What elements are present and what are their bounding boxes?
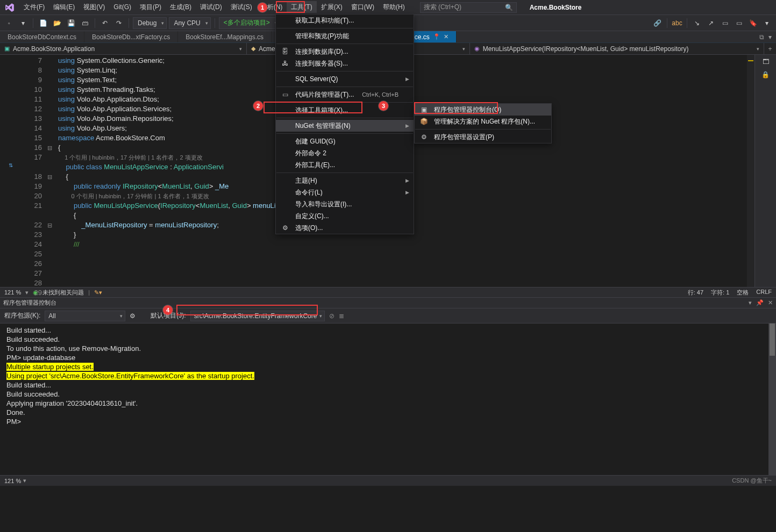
uncomment-icon[interactable]: ▭ bbox=[733, 17, 745, 29]
startup-combo[interactable]: <多个启动项目> bbox=[219, 17, 280, 29]
menu-项目p[interactable]: 项目(P) bbox=[136, 1, 166, 13]
menu-视图v[interactable]: 视图(V) bbox=[79, 1, 109, 13]
menu-item[interactable]: 创建 GUID(G) bbox=[276, 135, 414, 147]
menu-item[interactable]: ⚙选项(O)... bbox=[276, 222, 414, 234]
breakpoint-margin-icon[interactable]: ⇅ bbox=[0, 162, 22, 168]
tab-pin-icon[interactable]: 📍 bbox=[433, 33, 440, 40]
nav-member-combo[interactable]: ◉ MenuListAppService(IRepository<MuenLis… bbox=[470, 43, 764, 54]
indent-mode[interactable]: 空格 bbox=[737, 289, 749, 297]
search-box[interactable]: 搜索 (Ctrl+Q) 🔍 bbox=[420, 2, 517, 13]
step-icon[interactable]: ↘ bbox=[691, 17, 703, 29]
tab-overflow-icon[interactable]: ⧉ bbox=[759, 33, 764, 41]
menu-item[interactable]: 外部命令 2 bbox=[276, 147, 414, 159]
fold-gutter[interactable]: ⊟ ⊟ ⊟ bbox=[47, 55, 55, 287]
menu-item[interactable]: ▭代码片段管理器(T)...Ctrl+K, Ctrl+B bbox=[276, 89, 414, 100]
doc-tab[interactable]: BookStoreDb...xtFactory.cs bbox=[84, 31, 178, 42]
doc-tab[interactable]: BookStoreDbContext.cs bbox=[0, 31, 84, 42]
menu-窗口w[interactable]: 窗口(W) bbox=[347, 1, 379, 13]
line-endings[interactable]: CRLF bbox=[756, 289, 772, 297]
menu-item[interactable]: 命令行(L)▶ bbox=[276, 186, 414, 198]
scroll-overview[interactable] bbox=[747, 55, 754, 287]
menu-item[interactable]: NuGet 包管理器(N)▶ bbox=[276, 120, 414, 132]
comment-icon[interactable]: ▭ bbox=[719, 17, 731, 29]
config-combo[interactable]: Debug bbox=[133, 17, 167, 29]
more-toolbar-icon[interactable]: ▾ bbox=[761, 17, 773, 29]
menu-item[interactable]: 🗄连接到数据库(D)... bbox=[276, 46, 414, 57]
menu-item[interactable]: 导入和导出设置(I)... bbox=[276, 198, 414, 210]
menu-测试s[interactable]: 测试(S) bbox=[226, 1, 257, 13]
redo-icon[interactable]: ↷ bbox=[113, 17, 125, 29]
menu-item[interactable]: 获取工具和功能(T)... bbox=[276, 15, 414, 26]
menu-item[interactable]: 主题(H)▶ bbox=[276, 175, 414, 186]
panel-stop-icon[interactable]: ⊘ bbox=[329, 312, 334, 320]
menu-扩展x[interactable]: 扩展(X) bbox=[317, 1, 347, 13]
tab-dropdown-icon[interactable]: ▾ bbox=[768, 33, 772, 41]
bookmark-icon[interactable]: 🔖 bbox=[747, 17, 759, 29]
menu-bar: 文件(F)编辑(E)视图(V)Git(G)项目(P)生成(B)调试(D)测试(S… bbox=[0, 0, 776, 15]
zoom-level[interactable]: 121 % bbox=[4, 289, 21, 296]
nuget-submenu[interactable]: ▣程序包管理器控制台(O)📦管理解决方案的 NuGet 程序包(N)...⚙程序… bbox=[414, 103, 552, 143]
save-all-icon[interactable]: 🗃 bbox=[79, 17, 91, 29]
menu-文件f[interactable]: 文件(F) bbox=[19, 1, 49, 13]
menu-帮助h[interactable]: 帮助(H) bbox=[379, 1, 409, 13]
source-label: 程序包源(K): bbox=[4, 311, 40, 320]
nav-back-icon[interactable]: ◦ bbox=[3, 17, 15, 29]
step2-icon[interactable]: ↗ bbox=[705, 17, 717, 29]
solution-explorer-tab-icon[interactable]: 🗔 bbox=[763, 58, 769, 66]
menu-调试d[interactable]: 调试(D) bbox=[196, 1, 226, 13]
menu-item[interactable]: 自定义(C)... bbox=[276, 210, 414, 222]
menu-生成b[interactable]: 生成(B) bbox=[166, 1, 196, 13]
menu-item[interactable]: 外部工具(E)... bbox=[276, 159, 414, 171]
callout-2: 2 bbox=[253, 101, 263, 111]
menu-item[interactable]: SQL Server(Q)▶ bbox=[276, 73, 414, 85]
panel-dropdown-icon[interactable]: ▾ bbox=[749, 299, 752, 306]
panel-clear-icon[interactable]: ≣ bbox=[339, 312, 344, 320]
chevron-right-icon: ▶ bbox=[405, 190, 409, 195]
menu-gitg[interactable]: Git(G) bbox=[109, 1, 136, 13]
chevron-right-icon: ▶ bbox=[405, 123, 409, 128]
cursor-col: 字符: 1 bbox=[711, 289, 729, 297]
menu-工具t[interactable]: 工具(T) bbox=[287, 1, 316, 13]
tab-close-icon[interactable]: ✕ bbox=[444, 33, 448, 40]
menu-编辑e[interactable]: 编辑(E) bbox=[49, 1, 79, 13]
console-scrollbar[interactable] bbox=[768, 323, 776, 475]
package-source-combo[interactable]: All bbox=[45, 311, 125, 321]
nav-plus-icon[interactable]: + bbox=[764, 43, 776, 54]
live-share-icon[interactable]: 🔗 bbox=[651, 17, 663, 29]
snip-icon: ▭ bbox=[280, 91, 290, 98]
properties-tab-icon[interactable]: 🔒 bbox=[761, 71, 770, 78]
menu-item[interactable]: ⚙程序包管理器设置(P) bbox=[415, 131, 551, 143]
panel-close-icon[interactable]: ✕ bbox=[768, 299, 773, 306]
console-icon: ▣ bbox=[419, 106, 429, 113]
gear-icon: ⚙ bbox=[419, 133, 429, 141]
quick-actions-icon[interactable]: ✎▾ bbox=[94, 289, 102, 296]
chevron-right-icon: ▶ bbox=[405, 178, 409, 183]
csharp-project-icon: ▣ bbox=[4, 45, 10, 52]
nav-fwd-icon[interactable]: ▾ bbox=[17, 17, 29, 29]
doc-tab[interactable]: BookStoreEf...Mappings.cs bbox=[178, 31, 272, 42]
callout-1: 1 bbox=[258, 3, 267, 12]
menu-item[interactable]: 📦管理解决方案的 NuGet 程序包(N)... bbox=[415, 116, 551, 127]
open-icon[interactable]: 📂 bbox=[51, 17, 63, 29]
nav-project-combo[interactable]: ▣ Acme.BookStore.Application bbox=[0, 43, 247, 54]
menu-item[interactable]: 管理和预览(P)功能 bbox=[276, 30, 414, 42]
callout-3: 3 bbox=[379, 101, 388, 111]
gear-icon[interactable]: ⚙ bbox=[130, 312, 136, 320]
solution-name: Acme.BookStore bbox=[530, 4, 582, 11]
tools-menu-dropdown[interactable]: 获取工具和功能(T)...管理和预览(P)功能🗄连接到数据库(D)...🖧连接到… bbox=[275, 14, 414, 234]
new-project-icon[interactable]: 📄 bbox=[37, 17, 49, 29]
menu-item[interactable]: ▣程序包管理器控制台(O) bbox=[415, 104, 551, 116]
panel-pin-icon[interactable]: 📌 bbox=[756, 299, 764, 306]
default-project-combo[interactable]: src\Acme.BookStore.EntityFrameworkCore ▾ bbox=[190, 311, 325, 321]
menu-item[interactable]: 选择工具箱项(X)... bbox=[276, 104, 414, 116]
console-output[interactable]: Build started...Build succeeded.To undo … bbox=[0, 323, 776, 475]
save-icon[interactable]: 💾 bbox=[65, 17, 77, 29]
undo-icon[interactable]: ↶ bbox=[99, 17, 111, 29]
search-icon: 🔍 bbox=[505, 4, 513, 11]
platform-combo[interactable]: Any CPU bbox=[169, 17, 210, 29]
menu-item[interactable]: 🖧连接到服务器(S)... bbox=[276, 57, 414, 69]
callout-4: 4 bbox=[163, 305, 173, 315]
vs-logo-icon bbox=[4, 2, 15, 13]
bottom-zoom[interactable]: 121 % bbox=[4, 478, 21, 484]
find-icon[interactable]: abc bbox=[671, 17, 683, 29]
